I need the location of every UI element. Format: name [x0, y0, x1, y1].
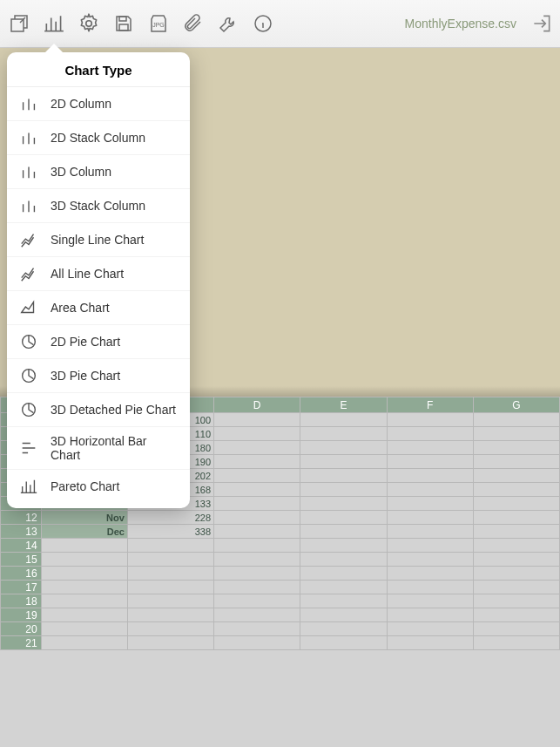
- cell[interactable]: [473, 413, 559, 427]
- cell[interactable]: [387, 511, 473, 525]
- cell[interactable]: [300, 497, 387, 511]
- cell[interactable]: [214, 594, 300, 608]
- cell[interactable]: [41, 567, 127, 581]
- cell[interactable]: [214, 567, 300, 581]
- attachment-icon[interactable]: [181, 11, 206, 36]
- cell[interactable]: [127, 553, 213, 567]
- cell[interactable]: [473, 636, 559, 650]
- cell[interactable]: [214, 497, 300, 511]
- row-number[interactable]: 17: [1, 581, 42, 594]
- chart-type-option[interactable]: 3D Detached Pie Chart: [7, 393, 190, 427]
- cell[interactable]: [473, 539, 559, 553]
- row-number[interactable]: 16: [1, 567, 42, 581]
- chart-type-option[interactable]: Single Line Chart: [7, 223, 190, 257]
- cell[interactable]: [300, 594, 387, 608]
- cell[interactable]: [387, 622, 473, 636]
- cell[interactable]: [387, 539, 473, 553]
- chart-type-option[interactable]: All Line Chart: [7, 257, 190, 291]
- cell[interactable]: [41, 608, 127, 622]
- cell[interactable]: [127, 594, 213, 608]
- cell[interactable]: [41, 594, 127, 608]
- image-icon[interactable]: JPG: [146, 11, 171, 36]
- cell[interactable]: [214, 636, 300, 650]
- cell[interactable]: [214, 608, 300, 622]
- cell[interactable]: [214, 413, 300, 427]
- cell[interactable]: [214, 427, 300, 441]
- cell[interactable]: [214, 622, 300, 636]
- cell[interactable]: [300, 525, 387, 539]
- chart-type-option[interactable]: 2D Pie Chart: [7, 325, 190, 359]
- cell[interactable]: [127, 581, 213, 594]
- cell[interactable]: [473, 511, 559, 525]
- cell[interactable]: [387, 553, 473, 567]
- chart-icon[interactable]: [42, 11, 66, 36]
- cell[interactable]: [473, 497, 559, 511]
- cell[interactable]: [300, 608, 387, 622]
- cell[interactable]: [214, 441, 300, 455]
- cell[interactable]: [127, 539, 213, 553]
- cell[interactable]: [387, 525, 473, 539]
- cell[interactable]: [127, 608, 213, 622]
- cell[interactable]: [300, 622, 387, 636]
- cell[interactable]: [127, 622, 213, 636]
- info-icon[interactable]: [251, 11, 275, 36]
- resize-icon[interactable]: [7, 11, 31, 36]
- cell[interactable]: [300, 567, 387, 581]
- cell[interactable]: [300, 483, 387, 497]
- cell[interactable]: [214, 455, 300, 469]
- cell[interactable]: [300, 636, 387, 650]
- cell[interactable]: [387, 594, 473, 608]
- chart-type-option[interactable]: 3D Pie Chart: [7, 359, 190, 393]
- cell[interactable]: [387, 427, 473, 441]
- cell-value[interactable]: 228: [127, 511, 213, 525]
- cell[interactable]: [473, 483, 559, 497]
- cell-month[interactable]: Nov: [41, 511, 127, 525]
- chart-type-option[interactable]: 2D Column: [7, 87, 190, 121]
- cell[interactable]: [387, 413, 473, 427]
- cell-month[interactable]: Dec: [41, 525, 127, 539]
- cell[interactable]: [473, 455, 559, 469]
- cell[interactable]: [127, 636, 213, 650]
- cell[interactable]: [473, 581, 559, 594]
- cell[interactable]: [300, 539, 387, 553]
- row-number[interactable]: 21: [1, 636, 42, 650]
- cell[interactable]: [387, 483, 473, 497]
- row-number[interactable]: 15: [1, 553, 42, 567]
- row-number[interactable]: 19: [1, 608, 42, 622]
- cell[interactable]: [300, 441, 387, 455]
- wrench-icon[interactable]: [216, 11, 240, 36]
- cell[interactable]: [41, 622, 127, 636]
- cell[interactable]: [387, 441, 473, 455]
- cell[interactable]: [214, 469, 300, 483]
- save-icon[interactable]: [111, 11, 136, 36]
- cell[interactable]: [214, 483, 300, 497]
- col-header[interactable]: E: [300, 397, 387, 413]
- cell[interactable]: [300, 427, 387, 441]
- cell[interactable]: [387, 608, 473, 622]
- cell[interactable]: [127, 567, 213, 581]
- cell[interactable]: [473, 441, 559, 455]
- cell[interactable]: [214, 581, 300, 594]
- cell[interactable]: [300, 413, 387, 427]
- cell-value[interactable]: 338: [127, 525, 213, 539]
- row-number[interactable]: 14: [1, 539, 42, 553]
- row-number[interactable]: 18: [1, 594, 42, 608]
- cell[interactable]: [214, 525, 300, 539]
- cell[interactable]: [41, 553, 127, 567]
- cell[interactable]: [387, 497, 473, 511]
- cell[interactable]: [387, 455, 473, 469]
- cell[interactable]: [473, 525, 559, 539]
- cell[interactable]: [214, 553, 300, 567]
- gear-icon[interactable]: [77, 11, 101, 36]
- cell[interactable]: [387, 636, 473, 650]
- exit-icon[interactable]: [530, 12, 553, 35]
- col-header[interactable]: F: [387, 397, 473, 413]
- cell[interactable]: [473, 594, 559, 608]
- cell[interactable]: [41, 581, 127, 594]
- col-header[interactable]: G: [473, 397, 559, 413]
- chart-type-option[interactable]: 2D Stack Column: [7, 121, 190, 155]
- cell[interactable]: [214, 539, 300, 553]
- cell[interactable]: [387, 581, 473, 594]
- cell[interactable]: [473, 469, 559, 483]
- row-number[interactable]: 13: [1, 525, 42, 539]
